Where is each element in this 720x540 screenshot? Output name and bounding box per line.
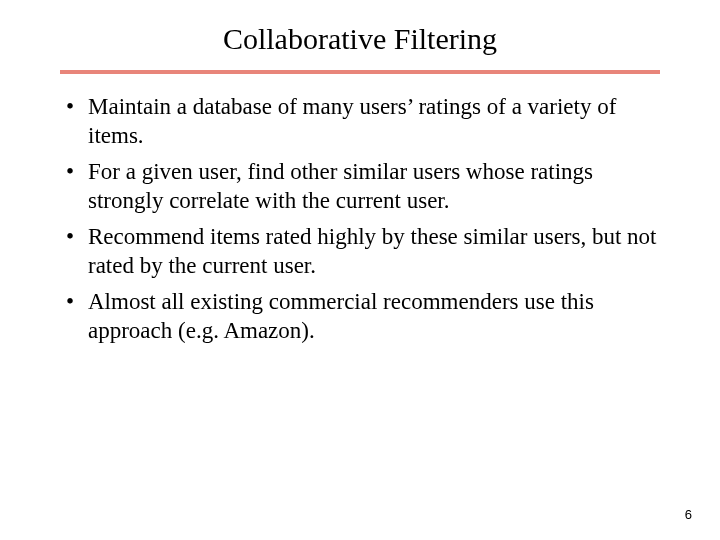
list-item: • Maintain a database of many users’ rat… <box>60 92 660 151</box>
slide-title: Collaborative Filtering <box>60 22 660 56</box>
title-underline <box>60 70 660 74</box>
list-item: • Recommend items rated highly by these … <box>60 222 660 281</box>
bullet-text: For a given user, find other similar use… <box>88 159 593 213</box>
bullet-text: Almost all existing commercial recommend… <box>88 289 594 343</box>
bullet-icon: • <box>66 92 74 121</box>
slide: Collaborative Filtering • Maintain a dat… <box>0 0 720 540</box>
bullet-list: • Maintain a database of many users’ rat… <box>60 92 660 346</box>
bullet-icon: • <box>66 157 74 186</box>
page-number: 6 <box>685 507 692 522</box>
list-item: • Almost all existing commercial recomme… <box>60 287 660 346</box>
bullet-icon: • <box>66 222 74 251</box>
bullet-text: Maintain a database of many users’ ratin… <box>88 94 616 148</box>
bullet-icon: • <box>66 287 74 316</box>
bullet-text: Recommend items rated highly by these si… <box>88 224 657 278</box>
list-item: • For a given user, find other similar u… <box>60 157 660 216</box>
